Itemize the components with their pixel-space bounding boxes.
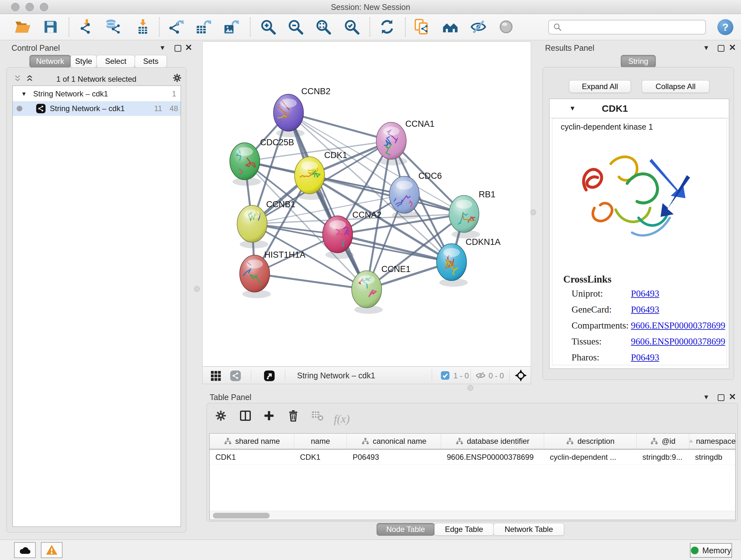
table-cell[interactable]: CDK1 [294,449,347,464]
crosslink-value-link[interactable]: P06493 [631,352,659,363]
gear-icon[interactable] [172,73,182,83]
zoom-in-button[interactable] [259,17,278,37]
node-CCNB2[interactable] [269,94,305,137]
results-panel-float-button[interactable] [716,44,726,53]
control-panel-collapse-button[interactable]: ▾ [158,43,167,52]
node-CDC25B[interactable] [230,143,261,186]
edge-CCNB2-CCNE1[interactable] [288,113,367,289]
control-panel-close-button[interactable]: ✕ [184,43,193,52]
left-splitter-handle[interactable] [194,286,200,292]
collapse-triangle-icon[interactable]: ▼ [569,105,576,112]
open-session-button[interactable] [13,17,32,37]
plus-icon [263,409,275,422]
expand-triangle-icon[interactable]: ▼ [21,91,27,98]
clone-network-button[interactable] [412,17,431,37]
results-panel-close-button[interactable]: ✕ [728,43,737,52]
node-CCNA2[interactable] [323,216,354,259]
table-cell[interactable]: cyclin-dependent ... [544,449,636,464]
tab-network[interactable]: Network [29,55,71,68]
node-CCNE1[interactable] [352,271,383,314]
table-panel-float-button[interactable] [716,393,726,402]
apply-layout-button[interactable] [378,17,397,37]
collapse-all-button[interactable]: Collapse All [642,80,710,93]
table-cell[interactable]: stringdb [689,449,736,464]
tree-icon [455,437,464,445]
grid-view-icon[interactable] [210,370,222,382]
crosslink-value-link[interactable]: 9606.ENSP00000378699 [631,320,725,331]
table-settings-button[interactable] [213,408,228,423]
column-header-shared-name[interactable]: shared name [210,434,294,449]
table-panel-close-button[interactable]: ✕ [728,392,737,401]
right-splitter-handle[interactable] [530,209,536,215]
import-network-database-button[interactable] [104,17,123,37]
expand-all-button[interactable]: Expand All [569,80,631,93]
string-home-button[interactable] [441,17,460,37]
table-cell[interactable]: 9606.ENSP00000378699 [441,449,544,464]
column-header--id[interactable]: @id [636,434,689,449]
network-collection-row[interactable]: ▼ String Network – cdk1 1 [13,86,181,101]
save-icon [42,18,59,35]
network-canvas[interactable]: CCNB2CCNA1CDC25BCDK1CDC6RB1CCNB1CCNA2CDK… [202,42,531,367]
table-cell[interactable]: P06493 [347,449,441,464]
column-header-database-identifier[interactable]: database identifier [441,434,544,449]
toolbar-separator [405,17,406,37]
scrollbar-thumb[interactable] [213,513,270,518]
import-network-icon [78,18,95,35]
table-container: f(x) shared namenamecanonical namedataba… [206,403,738,522]
cloud-button[interactable] [14,542,36,558]
memory-button[interactable]: Memory [690,543,732,558]
tab-string[interactable]: String [621,55,656,68]
control-panel-float-button[interactable] [173,44,183,53]
table-cell[interactable]: stringdb:9... [636,449,689,464]
tab-edge-table[interactable]: Edge Table [434,523,494,536]
tab-network-table[interactable]: Network Table [493,523,564,536]
help-button[interactable]: ? [718,19,733,35]
birdseye-view-icon[interactable] [229,370,242,382]
show-results-button[interactable] [496,17,516,37]
network-row[interactable]: String Network – cdk1 11 48 [13,101,181,116]
save-session-button[interactable] [41,17,60,37]
delete-column-button[interactable] [286,408,300,423]
zoom-selected-button[interactable] [342,17,361,37]
export-network-button[interactable] [166,17,185,37]
node-CCNB1[interactable] [237,197,268,249]
export-image-button[interactable] [221,17,241,37]
column-header-namespace[interactable]: namespace [689,434,736,449]
column-header-description[interactable]: description [544,434,636,449]
node-RB1[interactable] [449,195,481,239]
import-network-file-button[interactable] [77,17,96,37]
export-table-button[interactable] [194,17,213,37]
tab-sets[interactable]: Sets [135,55,167,68]
node-CDKN1A[interactable] [436,244,468,287]
gear-icon[interactable] [172,73,182,83]
tab-select[interactable]: Select [96,55,135,68]
edge-HIST1H1A-CCNE1[interactable] [255,273,367,289]
crosslink-value-link[interactable]: P06493 [631,288,659,299]
search-input[interactable] [562,23,696,32]
node-CDC6[interactable] [389,176,421,222]
table-panel-collapse-button[interactable]: ▾ [701,392,711,401]
import-table-button[interactable] [133,17,152,37]
crosslinks-heading: CrossLinks [563,273,611,285]
zoom-fit-button[interactable] [314,17,333,37]
warnings-button[interactable] [41,542,63,558]
selected-checkbox-icon[interactable] [440,370,450,381]
show-columns-button[interactable] [238,408,253,423]
create-column-button[interactable] [262,408,276,423]
gene-card-header[interactable]: ▼ CDK1 [549,99,729,118]
crosslink-value-link[interactable]: P06493 [631,304,659,315]
delete-table-button[interactable] [310,408,325,423]
column-header-canonical-name[interactable]: canonical name [347,434,441,449]
zoom-out-button[interactable] [286,17,305,37]
table-row[interactable]: CDK1CDK1P064939606.ENSP00000378699cyclin… [210,449,735,465]
hide-results-button[interactable] [469,17,488,37]
tab-style[interactable]: Style [71,55,97,68]
crosslink-value-link[interactable]: 9606.ENSP00000378699 [631,336,725,347]
function-builder-button[interactable]: f(x) [334,412,350,426]
results-panel-collapse-button[interactable]: ▾ [701,43,711,52]
crosshair-icon[interactable] [514,369,528,382]
column-header-name[interactable]: name [294,434,347,449]
open-in-new-window-icon[interactable] [263,370,275,382]
tab-node-table[interactable]: Node Table [377,523,434,536]
table-cell[interactable]: CDK1 [210,449,294,464]
